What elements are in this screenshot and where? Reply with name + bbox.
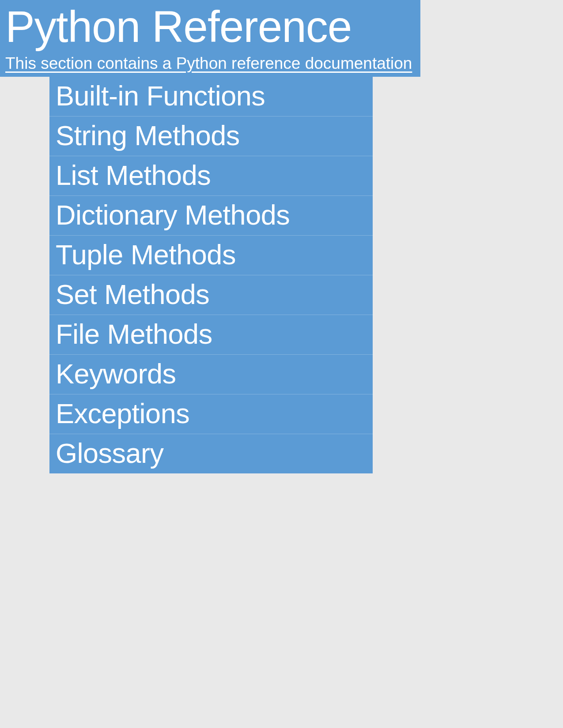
menu-item-dictionary-methods[interactable]: Dictionary Methods [49,196,373,236]
page-subtitle[interactable]: This section contains a Python reference… [5,53,415,75]
menu-item-glossary[interactable]: Glossary [49,434,373,473]
menu-item-set-methods[interactable]: Set Methods [49,275,373,315]
menu-item-exceptions[interactable]: Exceptions [49,394,373,434]
menu-item-string-methods[interactable]: String Methods [49,116,373,156]
menu-item-keywords[interactable]: Keywords [49,355,373,394]
menu-item-file-methods[interactable]: File Methods [49,315,373,355]
reference-menu: Built-in Functions String Methods List M… [49,77,373,473]
menu-item-tuple-methods[interactable]: Tuple Methods [49,236,373,275]
header: Python Reference This section contains a… [0,0,420,77]
menu-item-list-methods[interactable]: List Methods [49,156,373,196]
menu-item-built-in-functions[interactable]: Built-in Functions [49,77,373,116]
page-title: Python Reference [5,0,415,53]
